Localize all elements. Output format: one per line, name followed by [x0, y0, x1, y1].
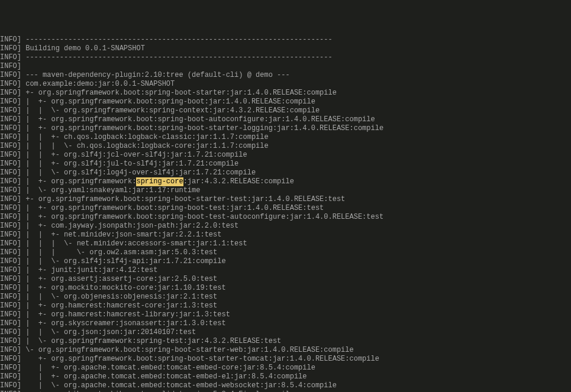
- log-level-prefix: INFO]: [0, 222, 21, 231]
- log-level-prefix: INFO]: [0, 337, 21, 346]
- log-level-prefix: INFO]: [0, 275, 21, 284]
- log-line: INFO] | +- com.jayway.jsonpath:json-path…: [0, 222, 571, 231]
- log-level-prefix: INFO]: [0, 106, 21, 115]
- log-content: --- maven-dependency-plugin:2.10:tree (d…: [21, 71, 290, 80]
- log-line: INFO] | \- org.apache.tomcat.embed:tomca…: [0, 381, 571, 390]
- log-content: | | \- org.slf4j:log4j-over-slf4j:jar:1.…: [21, 169, 256, 177]
- log-level-prefix: INFO]: [0, 257, 21, 266]
- log-content: \- org.springframework.boot:spring-boot-…: [21, 346, 354, 355]
- log-level-prefix: INFO]: [0, 346, 21, 355]
- log-line: INFO] | +- org.springframework.boot:spri…: [0, 204, 571, 213]
- log-level-prefix: INFO]: [0, 53, 21, 62]
- log-content: +- org.springframework.boot:spring-boot-…: [21, 89, 337, 98]
- log-content: com.example:demo:jar:0.0.1-SNAPSHOT: [21, 80, 175, 89]
- log-line: INFO] +- org.springframework.boot:spring…: [0, 355, 571, 364]
- log-line: INFO] | +- org.springframework.boot:spri…: [0, 213, 571, 222]
- log-content: | | \- org.objenesis:objenesis:jar:2.1:t…: [21, 293, 217, 302]
- log-line: INFO] | | | \- org.ow2.asm:asm:jar:5.0.3…: [0, 248, 571, 257]
- log-content: | +- org.springframework.boot:spring-boo…: [21, 115, 375, 124]
- terminal-output: INFO] ----------------------------------…: [0, 35, 571, 392]
- log-level-prefix: INFO]: [0, 142, 21, 151]
- log-line: INFO] | +- junit:junit:jar:4.12:test: [0, 266, 571, 275]
- log-content: | +- org.hamcrest:hamcrest-core:jar:1.3:…: [21, 302, 217, 310]
- log-line: INFO] | | +- org.slf4j:jul-to-slf4j:jar:…: [0, 160, 571, 169]
- log-level-prefix: INFO]: [0, 364, 21, 372]
- log-content: | +- org.skyscreamer:jsonassert:jar:1.3.…: [21, 319, 226, 328]
- log-level-prefix: INFO]: [0, 239, 21, 248]
- log-level-prefix: INFO]: [0, 169, 21, 177]
- log-line: INFO] +- org.springframework.boot:spring…: [0, 89, 571, 98]
- log-content: | | \- org.springframework:spring-contex…: [21, 106, 320, 115]
- log-level-prefix: INFO]: [0, 266, 21, 275]
- log-content: :jar:4.3.2.RELEASE:compile: [183, 177, 294, 186]
- log-level-prefix: INFO]: [0, 151, 21, 160]
- search-match-highlight: spring-core: [136, 177, 183, 186]
- log-line: INFO] com.example:demo:jar:0.0.1-SNAPSHO…: [0, 80, 571, 89]
- log-content: | +- org.assertj:assertj-core:jar:2.5.0:…: [21, 275, 217, 284]
- log-line: INFO] | | \- org.springframework:spring-…: [0, 106, 571, 115]
- log-line: INFO] | +- org.apache.tomcat.embed:tomca…: [0, 364, 571, 372]
- log-content: | | +- net.minidev:json-smart:jar:2.2.1:…: [21, 231, 221, 239]
- log-line: INFO] | | +- ch.qos.logback:logback-clas…: [0, 133, 571, 142]
- log-content: Building demo 0.0.1-SNAPSHOT: [21, 44, 145, 53]
- log-line: INFO] \- org.springframework.boot:spring…: [0, 346, 571, 355]
- log-content: | | | \- org.ow2.asm:asm:jar:5.0.3:test: [21, 248, 217, 257]
- log-content: +- org.springframework.boot:spring-boot-…: [21, 195, 345, 204]
- log-content: | +- org.apache.tomcat.embed:tomcat-embe…: [21, 364, 315, 372]
- log-level-prefix: INFO]: [0, 381, 21, 390]
- log-level-prefix: INFO]: [0, 213, 21, 222]
- log-content: | | +- org.slf4j:jcl-over-slf4j:jar:1.7.…: [21, 151, 247, 160]
- log-line: INFO] | +- org.springframework.boot:spri…: [0, 98, 571, 106]
- log-line: INFO] | | \- org.json:json:jar:20140107:…: [0, 328, 571, 337]
- log-level-prefix: INFO]: [0, 98, 21, 106]
- log-content: | \- org.springframework:spring-test:jar…: [21, 337, 281, 346]
- log-level-prefix: INFO]: [0, 284, 21, 293]
- log-level-prefix: INFO]: [0, 248, 21, 257]
- log-content: | +- junit:junit:jar:4.12:test: [21, 266, 157, 275]
- log-line: INFO] Building demo 0.0.1-SNAPSHOT: [0, 44, 571, 53]
- log-line: INFO] | +- org.hamcrest:hamcrest-core:ja…: [0, 302, 571, 310]
- log-level-prefix: INFO]: [0, 355, 21, 364]
- log-line: INFO] --- maven-dependency-plugin:2.10:t…: [0, 71, 571, 80]
- log-content: | +- com.jayway.jsonpath:json-path:jar:2…: [21, 222, 238, 231]
- log-line: INFO] | | \- org.objenesis:objenesis:jar…: [0, 293, 571, 302]
- log-line: INFO] | +- org.springframework.boot:spri…: [0, 124, 571, 133]
- log-line: INFO] | \- org.yaml:snakeyaml:jar:1.17:r…: [0, 186, 571, 195]
- log-content: | +- org.springframework.boot:spring-boo…: [21, 213, 383, 222]
- log-line: INFO] | +- org.mockito:mockito-core:jar:…: [0, 284, 571, 293]
- log-line: INFO] | | +- org.slf4j:jcl-over-slf4j:ja…: [0, 151, 571, 160]
- log-line: INFO] | +- org.springframework:spring-co…: [0, 177, 571, 186]
- log-content: | +- org.hamcrest:hamcrest-library:jar:1…: [21, 310, 230, 319]
- log-level-prefix: INFO]: [0, 62, 21, 71]
- log-content: | | | \- ch.qos.logback:logback-core:jar…: [21, 142, 269, 151]
- log-level-prefix: INFO]: [0, 302, 21, 310]
- log-level-prefix: INFO]: [0, 177, 21, 186]
- log-line: INFO] | | | \- ch.qos.logback:logback-co…: [0, 142, 571, 151]
- log-content: | +- org.springframework.boot:spring-boo…: [21, 98, 315, 106]
- log-level-prefix: INFO]: [0, 35, 21, 44]
- log-level-prefix: INFO]: [0, 133, 21, 142]
- log-content: ----------------------------------------…: [21, 53, 333, 62]
- log-level-prefix: INFO]: [0, 160, 21, 169]
- log-line: INFO] | +- org.apache.tomcat.embed:tomca…: [0, 372, 571, 381]
- log-level-prefix: INFO]: [0, 231, 21, 239]
- log-content: +- org.springframework.boot:spring-boot-…: [21, 355, 379, 364]
- log-content: | +- org.springframework:: [21, 177, 136, 186]
- log-line: INFO] | +- org.springframework.boot:spri…: [0, 115, 571, 124]
- log-content: | \- org.yaml:snakeyaml:jar:1.17:runtime: [21, 186, 200, 195]
- log-line: INFO] | | +- net.minidev:json-smart:jar:…: [0, 231, 571, 239]
- log-level-prefix: INFO]: [0, 186, 21, 195]
- log-line: INFO] ----------------------------------…: [0, 53, 571, 62]
- log-level-prefix: INFO]: [0, 195, 21, 204]
- log-line: INFO] | +- org.hamcrest:hamcrest-library…: [0, 310, 571, 319]
- log-line: INFO] | \- org.springframework:spring-te…: [0, 337, 571, 346]
- log-line: INFO] | | \- org.slf4j:log4j-over-slf4j:…: [0, 169, 571, 177]
- log-level-prefix: INFO]: [0, 124, 21, 133]
- log-level-prefix: INFO]: [0, 80, 21, 89]
- log-content: | +- org.springframework.boot:spring-boo…: [21, 204, 324, 213]
- log-level-prefix: INFO]: [0, 44, 21, 53]
- log-content: | +- org.apache.tomcat.embed:tomcat-embe…: [21, 372, 307, 381]
- log-content: | | +- org.slf4j:jul-to-slf4j:jar:1.7.21…: [21, 160, 238, 169]
- log-line: INFO] | | | \- net.minidev:accessors-sma…: [0, 239, 571, 248]
- log-level-prefix: INFO]: [0, 293, 21, 302]
